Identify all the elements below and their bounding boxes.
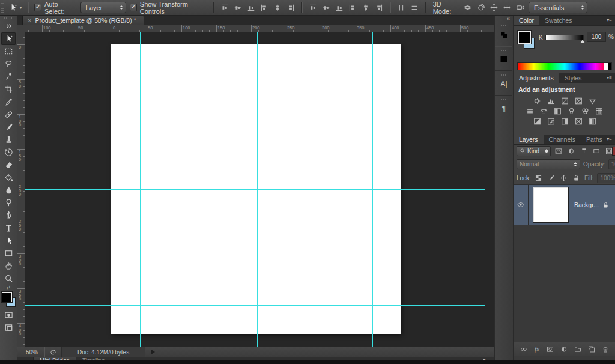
layer-row[interactable]: Backgr... [514,185,615,225]
align-right-icon[interactable] [286,3,295,13]
status-flyout-arrow-icon[interactable] [151,350,155,354]
quick-mask-button[interactable] [1,309,16,321]
paragraph-icon[interactable]: ¶ [497,102,511,116]
dodge-tool[interactable] [1,196,16,209]
eyedropper-tool[interactable] [1,96,16,108]
3d-slide-icon[interactable] [502,3,512,13]
tool-preset-caret-icon[interactable]: ▾ [20,5,22,10]
channel-mixer-icon[interactable] [580,106,591,115]
layers-tab-layers[interactable]: Layers [514,135,544,144]
layer-filter-kind-dropdown[interactable]: Kind [517,146,551,156]
guide-horizontal[interactable] [25,305,485,306]
photo-filter-icon[interactable] [566,106,577,115]
hue-saturation-icon[interactable] [525,106,536,115]
show-transform-checkbox[interactable]: ✓ Show Transform Controls [130,1,207,15]
layers-tab-paths[interactable]: Paths [581,135,608,144]
character-icon[interactable]: A| [497,77,511,91]
selective-color-icon[interactable] [573,117,584,126]
magic-wand-tool[interactable] [1,70,16,83]
gradient-map-icon[interactable] [587,117,598,126]
pen-tool[interactable] [1,209,16,222]
link-layers-icon[interactable] [520,345,528,353]
color-spectrum-ramp[interactable] [517,62,612,70]
workspace-dropdown[interactable]: Essentials [529,2,587,13]
color-lookup-icon[interactable] [594,106,605,115]
delete-layer-icon[interactable] [601,345,610,353]
distribute-right-icon[interactable] [374,3,384,13]
rectangle-tool[interactable] [1,247,16,259]
3d-drag-icon[interactable] [489,3,498,13]
distribute-vcenter-icon[interactable] [321,3,331,13]
fill-field[interactable]: 100% [597,173,615,183]
canvas-viewport[interactable] [25,32,494,347]
layers-tab-channels[interactable]: Channels [544,135,581,144]
paint-bucket-tool[interactable] [1,171,16,184]
blend-mode-dropdown[interactable]: Normal [517,159,580,169]
color-balance-icon[interactable] [539,106,550,115]
foreground-color-swatch[interactable] [518,31,531,44]
posterize-icon[interactable] [545,117,556,126]
adjustments-tab-styles[interactable]: Styles [559,73,587,83]
lasso-tool[interactable] [1,58,16,70]
lock-paint-icon[interactable] [547,174,556,182]
vibrance-icon[interactable] [587,96,598,105]
lock-transparency-icon[interactable] [535,174,543,182]
brightness-contrast-icon[interactable] [532,96,542,105]
threshold-icon[interactable] [559,117,570,126]
auto-select-checkbox[interactable]: ✓ Auto-Select: [34,1,77,15]
lock-all-icon[interactable] [572,174,581,182]
type-tool[interactable] [1,222,16,234]
3d-scale-icon[interactable] [515,3,525,13]
expand-dock-icon[interactable]: « [507,16,513,23]
vertical-ruler[interactable]: 050100150200250300350400 [17,32,25,347]
panel-menu-icon[interactable]: ▾≡ [607,136,612,142]
exposure-icon[interactable] [573,96,584,105]
options-bar-grip[interactable] [1,3,4,13]
opacity-field[interactable]: 100% [608,159,615,169]
path-selection-tool[interactable] [1,234,16,247]
adjustments-tab-adjustments[interactable]: Adjustments [514,73,559,83]
clone-stamp-tool[interactable] [1,133,16,146]
guide-horizontal[interactable] [25,73,485,73]
curves-icon[interactable] [559,96,570,105]
layer-thumbnail[interactable] [533,187,568,222]
zoom-tool[interactable] [1,272,16,285]
new-group-icon[interactable] [574,345,582,353]
layer-filter-toggle[interactable] [612,147,615,156]
visibility-toggle[interactable] [514,185,529,225]
panel-menu-icon[interactable]: ▾≡ [607,75,612,80]
distribute-hspace-icon[interactable] [410,3,419,13]
screen-mode-button[interactable] [1,321,16,334]
brush-tool[interactable] [1,121,16,133]
crop-tool[interactable] [1,83,16,96]
blur-tool[interactable] [1,184,16,196]
move-tool-preset-icon[interactable] [8,2,19,14]
filter-shape-icon[interactable] [592,147,601,155]
expand-tools-icon[interactable] [1,20,16,32]
tools-panel-grip[interactable] [4,17,13,19]
align-hcenter-icon[interactable] [273,3,282,13]
filter-pixel-icon[interactable] [554,147,563,155]
lock-move-icon[interactable] [560,174,568,182]
align-vcenter-icon[interactable] [233,3,243,13]
k-value-field[interactable]: 100 [587,32,606,42]
levels-icon[interactable] [545,96,556,105]
align-top-icon[interactable] [220,3,229,13]
3d-rotate-icon[interactable] [462,3,472,13]
doc-size-readout[interactable]: Doc: 4.12M/0 bytes [61,347,145,357]
swap-colors-icon[interactable]: ⇄ [7,285,11,291]
filter-type-icon[interactable] [579,147,588,155]
distribute-bottom-icon[interactable] [335,3,344,13]
hand-tool[interactable] [1,259,16,272]
new-layer-icon[interactable] [587,345,596,353]
distribute-hcenter-icon[interactable] [361,3,371,13]
color-tab-color[interactable]: Color [514,16,539,25]
close-tab-icon[interactable]: × [28,17,31,24]
align-bottom-icon[interactable] [246,3,256,13]
marquee-tool[interactable] [1,45,16,58]
move-tool[interactable] [1,32,16,45]
distribute-left-icon[interactable] [348,3,357,13]
foreground-color-swatch[interactable] [2,292,12,302]
eraser-tool[interactable] [1,159,16,171]
align-left-icon[interactable] [259,3,269,13]
